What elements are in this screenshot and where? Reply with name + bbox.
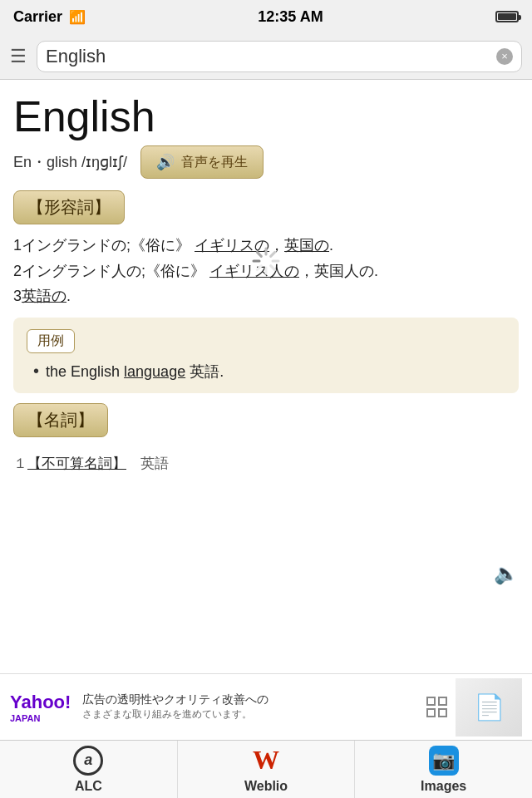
definition-3-underlined: 英語の — [22, 288, 66, 304]
expand-icon-bl — [426, 708, 436, 717]
tab-weblio-label: Weblio — [244, 779, 288, 794]
example-translation: 英語. — [185, 363, 224, 380]
ad-text-block: 広告の透明性やクオリティ改善への さまざまな取り組みを進めています。 — [74, 692, 423, 722]
example-content: the English language 英語. — [46, 362, 224, 382]
status-bar: Carrier 📶 12:35 AM — [0, 0, 532, 33]
definition-3: 3英語の. — [13, 283, 519, 309]
yahoo-logo-block: Yahoo! JAPAN — [10, 692, 74, 723]
ad-content: Yahoo! JAPAN 広告の透明性やクオリティ改善への さまざまな取り組みを… — [0, 678, 532, 736]
yahoo-japan-label: JAPAN — [10, 713, 40, 723]
tab-images-label: Images — [421, 779, 466, 794]
main-content: English En・glish /ɪŋɡlɪʃ/ 🔊 音声を再生 【形容詞】 … — [0, 80, 532, 740]
camera-icon: 📷 — [432, 750, 455, 771]
definition-1-underlined2: 英国の — [284, 237, 329, 254]
pronunciation-text: En・glish /ɪŋɡlɪʃ/ — [13, 152, 127, 172]
example-box: 用例 • the English language 英語. — [13, 318, 519, 393]
carrier-label: Carrier — [13, 8, 62, 26]
yahoo-logo: Yahoo! — [10, 692, 71, 713]
speaker-icon: 🔊 — [156, 153, 175, 171]
example-sentence: • the English language 英語. — [27, 362, 505, 382]
noun-def-text: 英語 — [126, 456, 169, 471]
svg-line-1 — [271, 252, 275, 256]
battery-area — [495, 11, 519, 22]
svg-line-3 — [271, 266, 275, 270]
ad-banner[interactable]: Yahoo! JAPAN 広告の透明性やクオリティ改善への さまざまな取り組みを… — [0, 673, 532, 740]
noun-def-underlined: 【不可算名詞】 — [27, 456, 126, 471]
tab-weblio[interactable]: W Weblio — [178, 741, 356, 798]
noun-definition-partial: １ — [13, 456, 27, 471]
clear-button[interactable]: × — [496, 48, 513, 65]
weblio-w-icon: W — [253, 745, 279, 776]
search-input-wrapper: × — [37, 41, 522, 72]
example-text-pre: the English — [46, 363, 124, 380]
menu-icon[interactable]: ☰ — [10, 46, 27, 67]
ad-sub-text: さまざまな取り組みを進めています。 — [82, 707, 415, 722]
tab-alc-label: ALC — [75, 779, 102, 794]
adj-pos-badge: 【形容詞】 — [13, 190, 125, 224]
noun-partial: １【不可算名詞】 英語 — [13, 452, 519, 476]
tab-bar: a ALC W Weblio 📷 Images — [0, 740, 532, 798]
battery-icon — [495, 11, 519, 22]
expand-icon-br — [438, 708, 447, 717]
word-title: English — [13, 93, 519, 140]
ad-expand-icons[interactable] — [423, 693, 451, 721]
adj-badge: 【形容詞】 — [13, 190, 519, 233]
example-speaker-icon[interactable]: 🔈 — [494, 562, 519, 585]
search-input[interactable] — [46, 46, 496, 67]
play-audio-button[interactable]: 🔊 音声を再生 — [140, 145, 264, 179]
example-badge: 用例 — [27, 329, 75, 353]
ad-main-text: 広告の透明性やクオリティ改善への — [82, 692, 415, 707]
example-language-link[interactable]: language — [124, 363, 185, 380]
alc-icon: a — [73, 746, 103, 776]
ad-image-icon: 📄 — [474, 692, 505, 722]
play-button-label: 音声を再生 — [181, 154, 248, 171]
battery-fill — [498, 13, 516, 20]
images-icon: 📷 — [429, 746, 459, 776]
bullet-point: • — [33, 362, 39, 381]
expand-icon-tl — [426, 697, 436, 706]
svg-line-7 — [257, 252, 261, 256]
noun-pos-badge: 【名詞】 — [13, 403, 108, 437]
ad-image: 📄 — [456, 678, 522, 736]
svg-line-5 — [257, 266, 261, 270]
pronunciation-row: En・glish /ɪŋɡlɪʃ/ 🔊 音声を再生 — [13, 145, 519, 179]
example-header: 用例 — [27, 329, 505, 362]
expand-icon-tr — [438, 697, 447, 706]
weblio-icon: W — [253, 745, 279, 776]
carrier-wifi: Carrier 📶 — [13, 8, 86, 26]
tab-alc[interactable]: a ALC — [0, 741, 178, 798]
search-bar: ☰ × — [0, 33, 532, 80]
clock: 12:35 AM — [258, 8, 323, 26]
wifi-icon: 📶 — [69, 9, 86, 25]
tab-images[interactable]: 📷 Images — [355, 741, 532, 798]
noun-section: 【名詞】 １【不可算名詞】 英語 — [13, 403, 519, 476]
loading-spinner — [251, 246, 281, 276]
spinner-svg — [251, 246, 281, 276]
